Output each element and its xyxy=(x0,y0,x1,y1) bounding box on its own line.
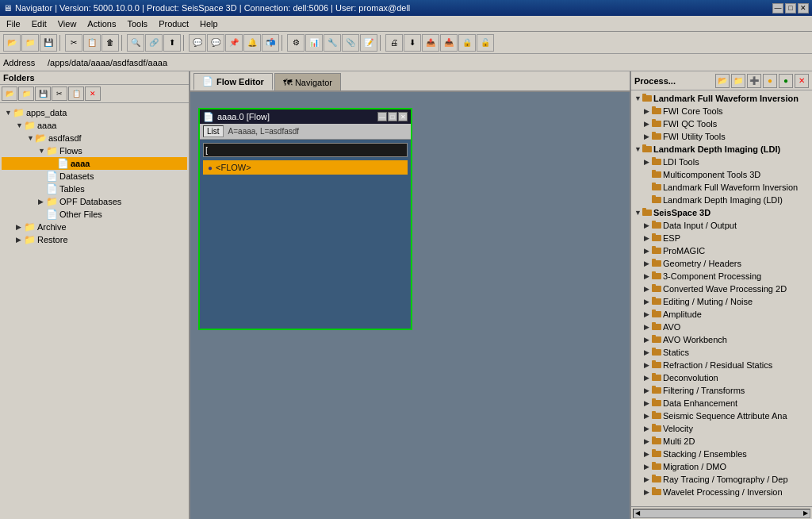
proc-item[interactable]: ▶Amplitude xyxy=(633,308,810,321)
flow-search-input[interactable] xyxy=(203,143,408,157)
right-btn-yellow[interactable]: ● xyxy=(763,74,777,88)
toolbar-btn-13[interactable]: 🔔 xyxy=(243,34,261,52)
proc-expand-icon[interactable]: ▶ xyxy=(644,221,652,229)
proc-item[interactable]: ▶FWI QC Tools xyxy=(633,117,810,130)
right-btn-add[interactable]: ➕ xyxy=(747,74,761,88)
proc-item[interactable]: Landmark Depth Imaging (LDI) xyxy=(633,194,810,206)
menu-item-view[interactable]: View xyxy=(53,17,82,30)
proc-item[interactable]: ▶Deconvolution xyxy=(633,371,810,384)
toolbar-btn-9[interactable]: ⬆ xyxy=(163,34,181,52)
flow-close-btn[interactable]: ✕ xyxy=(398,112,408,121)
menu-item-tools[interactable]: Tools xyxy=(122,17,152,30)
proc-expand-icon[interactable]: ▶ xyxy=(644,285,652,293)
tree-item[interactable]: ▶📁OPF Databases xyxy=(2,195,187,208)
toolbar-btn-19[interactable]: 📝 xyxy=(360,34,377,52)
folder-save-btn[interactable]: 💾 xyxy=(35,86,51,101)
proc-expand-icon[interactable]: ▶ xyxy=(644,336,652,344)
proc-item[interactable]: ▶ProMAGIC xyxy=(633,244,810,257)
proc-item[interactable]: ▶Statics xyxy=(633,346,810,359)
proc-expand-icon[interactable]: ▼ xyxy=(634,145,642,153)
tree-item[interactable]: ▼📁apps_data xyxy=(2,106,187,119)
toolbar-btn-8[interactable]: 🔗 xyxy=(145,34,163,52)
toolbar-btn-12[interactable]: 📌 xyxy=(225,34,243,52)
proc-expand-icon[interactable]: ▶ xyxy=(644,158,652,166)
folder-paste-btn[interactable]: 📋 xyxy=(68,86,84,101)
tree-item[interactable]: ▶📁Restore xyxy=(2,233,187,246)
proc-item[interactable]: ▶Stacking / Ensembles xyxy=(633,448,810,460)
proc-expand-icon[interactable]: ▶ xyxy=(644,120,652,128)
proc-expand-icon[interactable]: ▶ xyxy=(644,463,652,471)
toolbar-btn-1[interactable]: 📂 xyxy=(3,34,21,52)
proc-expand-icon[interactable]: ▶ xyxy=(644,348,652,356)
proc-expand-icon[interactable]: ▶ xyxy=(644,133,652,140)
proc-item[interactable]: ▶Wavelet Processing / Inversion xyxy=(633,486,810,498)
tree-expand-icon[interactable]: ▼ xyxy=(5,109,13,117)
proc-expand-icon[interactable]: ▶ xyxy=(644,450,652,458)
horizontal-scrollbar[interactable]: ◀ ▶ xyxy=(633,509,810,518)
tree-item[interactable]: 📄Other Files xyxy=(2,208,187,221)
toolbar-btn-2[interactable]: 📁 xyxy=(21,34,39,52)
proc-expand-icon[interactable]: ▶ xyxy=(644,247,652,255)
tree-expand-icon[interactable]: ▼ xyxy=(38,147,46,155)
tree-item[interactable]: ▶📁Archive xyxy=(2,221,187,233)
proc-item[interactable]: ▶AVO xyxy=(633,321,810,333)
menu-item-product[interactable]: Product xyxy=(154,17,193,30)
right-btn-green[interactable]: ● xyxy=(779,74,793,88)
right-btn-2[interactable]: 📁 xyxy=(731,74,745,88)
toolbar-btn-17[interactable]: 🔧 xyxy=(324,34,341,52)
tree-expand-icon[interactable]: ▶ xyxy=(16,236,24,244)
proc-expand-icon[interactable]: ▶ xyxy=(644,425,652,432)
minimize-button[interactable]: — xyxy=(772,3,783,13)
proc-expand-icon[interactable]: ▶ xyxy=(644,412,652,420)
toolbar-btn-24[interactable]: 🔒 xyxy=(458,34,476,52)
toolbar-btn-6[interactable]: 🗑 xyxy=(102,34,119,52)
flow-maximize-btn[interactable]: □ xyxy=(388,112,397,121)
proc-item[interactable]: ▶FWI Utility Tools xyxy=(633,130,810,143)
proc-item[interactable]: ▶Data Input / Output xyxy=(633,219,810,232)
proc-item[interactable]: ▼Landmark Full Waveform Inversion xyxy=(633,92,810,105)
toolbar-btn-21[interactable]: ⬇ xyxy=(404,34,421,52)
toolbar-btn-25[interactable]: 🔓 xyxy=(477,34,494,52)
right-btn-1[interactable]: 📂 xyxy=(715,74,730,88)
toolbar-btn-7[interactable]: 🔍 xyxy=(127,34,144,52)
toolbar-btn-16[interactable]: 📊 xyxy=(305,34,323,52)
proc-item[interactable]: ▶FWI Core Tools xyxy=(633,105,810,117)
proc-item[interactable]: ▶ESP xyxy=(633,232,810,244)
proc-item[interactable]: ▶Migration / DMO xyxy=(633,460,810,473)
toolbar-btn-10[interactable]: 💬 xyxy=(189,34,206,52)
proc-item[interactable]: ▼Landmark Depth Imaging (LDI) xyxy=(633,143,810,156)
folder-cut-btn[interactable]: ✂ xyxy=(52,86,67,101)
menu-item-file[interactable]: File xyxy=(2,17,25,30)
proc-item[interactable]: ▶Geometry / Headers xyxy=(633,257,810,270)
tree-expand-icon[interactable]: ▼ xyxy=(27,134,35,142)
proc-item[interactable]: ▶Data Enhancement xyxy=(633,397,810,409)
proc-expand-icon[interactable]: ▶ xyxy=(644,437,652,445)
flow-minimize-btn[interactable]: — xyxy=(377,112,387,121)
tree-item[interactable]: 📄Datasets xyxy=(2,170,187,183)
tab-navigator[interactable]: 🗺 Navigator xyxy=(274,73,341,90)
tree-expand-icon[interactable]: ▼ xyxy=(16,121,24,129)
folder-delete-btn[interactable]: ✕ xyxy=(85,86,101,101)
proc-expand-icon[interactable]: ▶ xyxy=(644,386,652,394)
proc-expand-icon[interactable]: ▶ xyxy=(644,374,652,382)
titlebar-controls[interactable]: — □ ✕ xyxy=(772,3,809,13)
proc-expand-icon[interactable]: ▶ xyxy=(644,260,652,267)
folder-new-btn[interactable]: 📁 xyxy=(18,86,34,101)
proc-item[interactable]: ▶Multi 2D xyxy=(633,435,810,448)
proc-item[interactable]: ▶Refraction / Residual Statics xyxy=(633,359,810,371)
proc-expand-icon[interactable]: ▶ xyxy=(644,399,652,407)
tree-item[interactable]: ▼📁Flows xyxy=(2,144,187,157)
toolbar-btn-15[interactable]: ⚙ xyxy=(287,34,304,52)
proc-item[interactable]: ▼SeisSpace 3D xyxy=(633,206,810,219)
menu-item-edit[interactable]: Edit xyxy=(27,17,52,30)
toolbar-btn-11[interactable]: 💬 xyxy=(207,34,224,52)
proc-expand-icon[interactable]: ▶ xyxy=(644,272,652,280)
proc-expand-icon[interactable]: ▶ xyxy=(644,310,652,318)
flow-list-button[interactable]: List xyxy=(203,125,224,137)
proc-expand-icon[interactable]: ▶ xyxy=(644,475,652,483)
toolbar-btn-3[interactable]: 💾 xyxy=(40,34,57,52)
folder-open-btn[interactable]: 📂 xyxy=(2,86,17,101)
toolbar-btn-4[interactable]: ✂ xyxy=(65,34,82,52)
toolbar-btn-5[interactable]: 📋 xyxy=(83,34,101,52)
tree-item[interactable]: ▼📂asdfasdf xyxy=(2,132,187,144)
